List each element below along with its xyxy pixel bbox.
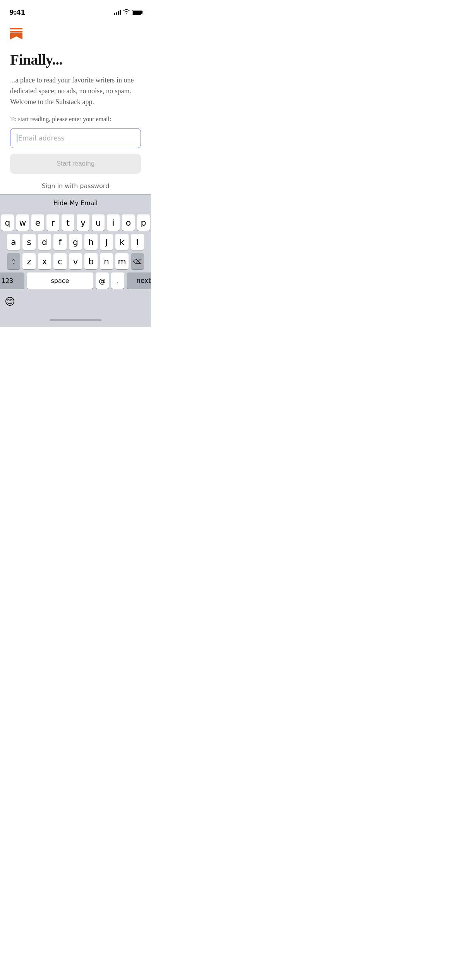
key-c[interactable]: c: [53, 253, 67, 269]
key-g[interactable]: g: [69, 234, 82, 250]
key-y[interactable]: y: [77, 214, 89, 231]
hide-my-email-bar[interactable]: Hide My Email: [0, 194, 151, 211]
space-key[interactable]: space: [27, 272, 93, 289]
keyboard-row-2: a s d f g h j k l: [1, 234, 150, 250]
key-p[interactable]: p: [137, 214, 150, 231]
hide-my-email-label: Hide My Email: [53, 199, 98, 207]
backspace-key[interactable]: ⌫: [131, 253, 144, 269]
key-q[interactable]: q: [1, 214, 14, 231]
keyboard: Hide My Email q w e r t y u i o p a s d …: [0, 194, 151, 327]
key-l[interactable]: l: [131, 234, 144, 250]
key-a[interactable]: a: [7, 234, 20, 250]
numbers-key[interactable]: 123: [0, 272, 24, 289]
svg-rect-1: [10, 31, 22, 33]
key-k[interactable]: k: [115, 234, 129, 250]
key-i[interactable]: i: [107, 214, 120, 231]
keyboard-row-4: 123 space @ . next: [1, 272, 150, 289]
emoji-bar: 😊: [0, 293, 151, 314]
key-m[interactable]: m: [115, 253, 129, 269]
key-f[interactable]: f: [53, 234, 67, 250]
svg-rect-0: [10, 28, 22, 29]
main-content: Finally... ...a place to read your favor…: [0, 41, 151, 201]
status-icons: [114, 9, 142, 15]
start-reading-button[interactable]: Start reading: [10, 154, 141, 174]
signal-icon: [114, 10, 121, 15]
substack-logo: [8, 24, 25, 41]
keyboard-row-1: q w e r t y u i o p: [1, 214, 150, 231]
email-prompt: To start reading, please enter your emai…: [10, 116, 141, 123]
home-indicator: [50, 319, 101, 321]
keyboard-row-3: ⇧ z x c v b n m ⌫: [1, 253, 150, 269]
key-x[interactable]: x: [38, 253, 51, 269]
key-d[interactable]: d: [38, 234, 51, 250]
key-w[interactable]: w: [16, 214, 29, 231]
wifi-icon: [123, 9, 130, 15]
key-o[interactable]: o: [122, 214, 135, 231]
text-cursor: [17, 134, 17, 142]
key-t[interactable]: t: [62, 214, 74, 231]
battery-icon: [132, 10, 142, 15]
email-input-wrapper[interactable]: Email address: [10, 128, 141, 148]
key-h[interactable]: h: [84, 234, 98, 250]
description: ...a place to read your favorite writers…: [10, 75, 141, 108]
key-j[interactable]: j: [100, 234, 113, 250]
status-bar: 9:41: [0, 0, 151, 19]
key-r[interactable]: r: [46, 214, 59, 231]
key-u[interactable]: u: [92, 214, 105, 231]
key-n[interactable]: n: [100, 253, 113, 269]
home-bar: [0, 314, 151, 327]
dot-key[interactable]: .: [111, 272, 124, 289]
key-e[interactable]: e: [31, 214, 44, 231]
logo-area: [0, 19, 151, 41]
shift-key[interactable]: ⇧: [7, 253, 20, 269]
emoji-button[interactable]: 😊: [5, 296, 15, 307]
key-z[interactable]: z: [22, 253, 36, 269]
next-key[interactable]: next: [127, 272, 151, 289]
key-b[interactable]: b: [84, 253, 98, 269]
status-time: 9:41: [9, 9, 25, 16]
at-key[interactable]: @: [96, 272, 109, 289]
key-v[interactable]: v: [69, 253, 82, 269]
email-placeholder: Email address: [18, 134, 64, 142]
keyboard-rows: q w e r t y u i o p a s d f g h j k l ⇧ …: [0, 211, 151, 293]
headline: Finally...: [10, 52, 141, 68]
key-s[interactable]: s: [22, 234, 36, 250]
sign-in-with-password-link[interactable]: Sign in with password: [42, 182, 110, 190]
